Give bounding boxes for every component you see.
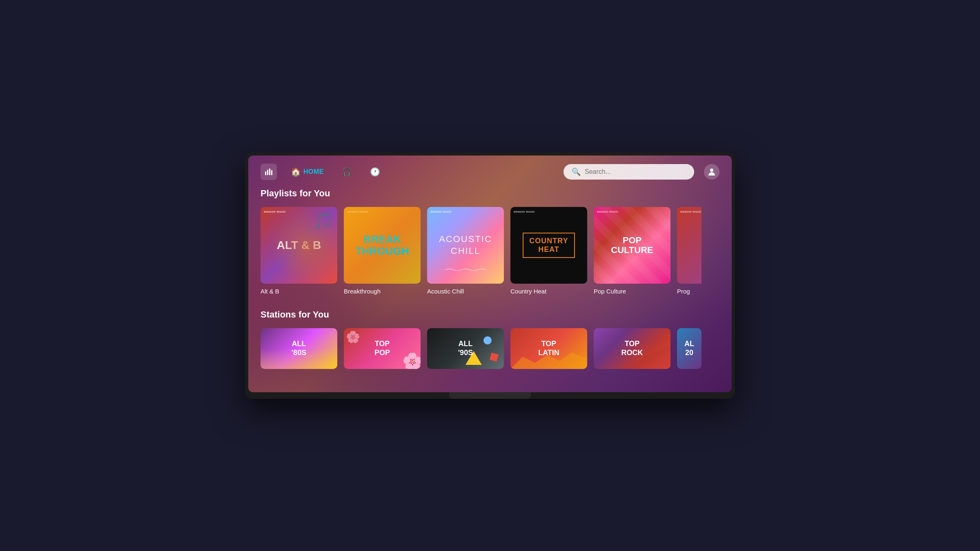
amazon-music-logo: [261, 164, 277, 180]
station-text-rock: TOPROCK: [621, 340, 643, 357]
playlist-card-breakthrough[interactable]: amazon music BREAKTHROUGH Breakthrough: [344, 207, 421, 295]
playlist-label-country: Country Heat: [510, 288, 587, 295]
history-icon: 🕐: [370, 167, 380, 177]
svg-point-4: [710, 169, 713, 172]
station-text-80s: ALL'80S: [292, 340, 306, 357]
playlist-thumb-prog: amazon music: [677, 207, 702, 284]
amazon-badge-4: amazon music: [514, 210, 535, 213]
station-all-90s[interactable]: ALL'90S: [427, 328, 504, 369]
stations-title: Stations for You: [261, 309, 719, 320]
tv-screen: 🏠 HOME 🎧 🕐 🔍 Playl: [248, 156, 732, 392]
amazon-badge-6: amazon music: [680, 210, 702, 213]
svg-rect-2: [269, 169, 270, 175]
country-heat-text: COUNTRYHEAT: [523, 233, 575, 258]
nav-headphones[interactable]: 🎧: [338, 164, 356, 179]
station-text-al20: AL20: [684, 340, 694, 357]
playlist-card-pop[interactable]: amazon music POPCULTURE Pop Culture: [594, 207, 670, 295]
playlist-label-pop: Pop Culture: [594, 288, 670, 295]
playlist-label-alt-b: Alt & B: [261, 288, 337, 295]
search-icon: 🔍: [572, 167, 581, 176]
nav-home-label: HOME: [303, 168, 324, 176]
playlists-title: Playlists for You: [261, 188, 719, 199]
nav-history[interactable]: 🕐: [366, 164, 384, 179]
station-top-latin[interactable]: TOPLATIN: [510, 328, 587, 369]
playlist-card-prog[interactable]: amazon music Prog: [677, 207, 702, 295]
stations-section: Stations for You ALL'80S 🌸 🌸 TOPPOP: [248, 309, 732, 377]
playlists-section: Playlists for You amazon music 🎵 ALT & B…: [248, 188, 732, 303]
station-text-90s: ALL'90S: [458, 340, 473, 357]
station-all-80s[interactable]: ALL'80S: [261, 328, 337, 369]
playlist-thumb-acoustic: amazon music ACOUSTICCHILL: [427, 207, 504, 284]
station-top-pop[interactable]: 🌸 🌸 TOPPOP: [344, 328, 421, 369]
station-text-latin: TOPLATIN: [538, 340, 559, 357]
acoustic-text: ACOUSTICCHILL: [439, 233, 492, 257]
svg-rect-3: [271, 170, 272, 175]
station-al20[interactable]: AL20: [677, 328, 702, 369]
svg-rect-0: [265, 171, 266, 175]
playlist-thumb-breakthrough: amazon music BREAKTHROUGH: [344, 207, 421, 284]
circle-blue: [483, 336, 492, 344]
playlist-label-acoustic: Acoustic Chill: [427, 288, 504, 295]
station-top-rock[interactable]: TOPROCK: [594, 328, 670, 369]
tv-frame: 🏠 HOME 🎧 🕐 🔍 Playl: [245, 152, 735, 399]
playlist-thumb-country: amazon music COUNTRYHEAT: [510, 207, 587, 284]
nav-bar: 🏠 HOME 🎧 🕐 🔍: [248, 156, 732, 188]
playlists-row: amazon music 🎵 ALT & B Alt & B amazon mu…: [261, 207, 719, 295]
stations-row: ALL'80S 🌸 🌸 TOPPOP: [261, 328, 719, 369]
playlist-thumb-alt-b: amazon music 🎵 ALT & B: [261, 207, 337, 284]
playlist-thumb-pop: amazon music POPCULTURE: [594, 207, 670, 284]
playlist-label-breakthrough: Breakthrough: [344, 288, 421, 295]
search-input[interactable]: [585, 168, 686, 176]
amazon-badge-3: amazon music: [430, 210, 452, 213]
rect-red: [490, 353, 499, 362]
nav-home[interactable]: 🏠 HOME: [287, 164, 328, 179]
playlist-card-country[interactable]: amazon music COUNTRYHEAT Country Heat: [510, 207, 587, 295]
playlist-card-alt-b[interactable]: amazon music 🎵 ALT & B Alt & B: [261, 207, 337, 295]
svg-rect-1: [267, 170, 268, 175]
playlist-label-prog: Prog: [677, 288, 702, 295]
home-icon: 🏠: [291, 167, 301, 177]
station-text-pop: TOPPOP: [374, 340, 390, 357]
playlist-card-acoustic[interactable]: amazon music ACOUSTICCHILL Acoustic Chil…: [427, 207, 504, 295]
headphones-icon: 🎧: [342, 167, 352, 177]
search-bar[interactable]: 🔍: [564, 164, 694, 180]
profile-icon[interactable]: [704, 164, 719, 180]
tv-stand: [449, 392, 531, 399]
